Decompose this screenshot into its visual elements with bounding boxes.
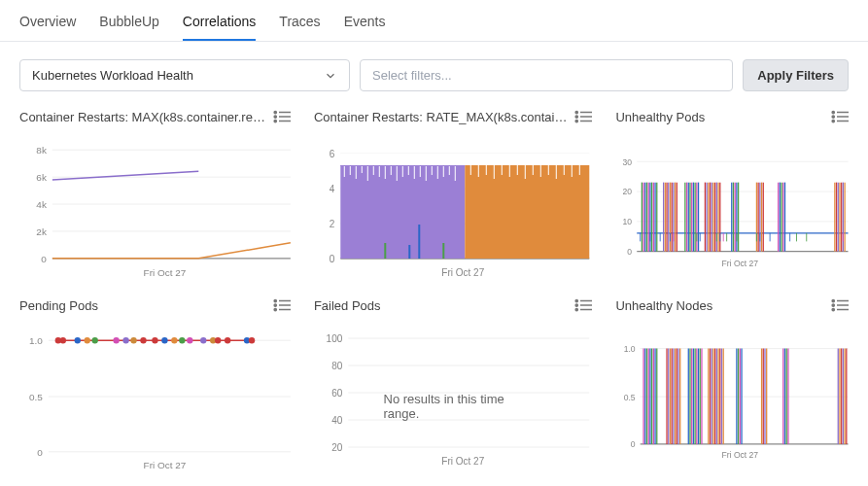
svg-point-78 <box>832 111 834 113</box>
svg-rect-32 <box>465 165 589 259</box>
svg-point-80 <box>832 120 834 122</box>
svg-rect-31 <box>340 165 465 259</box>
svg-point-4 <box>274 116 276 118</box>
panel-title: Failed Pods <box>314 298 389 313</box>
tab-overview[interactable]: Overview <box>19 10 76 41</box>
panel-title: Container Restarts: MAX(k8s.container.re… <box>19 110 273 124</box>
svg-text:0.5: 0.5 <box>29 392 43 402</box>
chart-canvas[interactable]: 1.0 0.5 0 Fri Oct 27 <box>19 321 291 474</box>
svg-text:1.0: 1.0 <box>29 335 43 346</box>
svg-text:100: 100 <box>326 333 342 344</box>
svg-text:Fri Oct 27: Fri Oct 27 <box>144 460 187 470</box>
panel-container-restarts-max: Container Restarts: MAX(k8s.container.re… <box>19 107 291 286</box>
nav-tabs: Overview BubbleUp Correlations Traces Ev… <box>0 0 868 42</box>
chart-canvas[interactable]: 8k 6k 4k 2k 0 Fri Oct 27 <box>19 132 291 286</box>
filter-row: Kubernetes Workload Health Select filter… <box>0 42 868 107</box>
panel-unhealthy-pods: Unhealthy Pods 30 20 10 0 Fri Oct 27 <box>615 107 849 286</box>
svg-point-223 <box>832 299 834 301</box>
panel-menu-icon[interactable] <box>831 110 849 123</box>
panel-container-restarts-rate-max: Container Restarts: RATE_MAX(k8s.contai…… <box>314 107 593 286</box>
panel-menu-icon[interactable] <box>831 298 849 312</box>
svg-text:Fri Oct 27: Fri Oct 27 <box>722 259 759 268</box>
svg-point-189 <box>140 337 146 343</box>
svg-point-79 <box>832 116 834 118</box>
svg-point-188 <box>130 337 136 343</box>
board-select[interactable]: Kubernetes Workload Health <box>19 59 350 91</box>
apply-filters-button[interactable]: Apply Filters <box>743 59 849 91</box>
svg-text:Fri Oct 27: Fri Oct 27 <box>144 267 187 278</box>
svg-text:0: 0 <box>330 254 335 264</box>
chart-canvas[interactable]: 100 80 60 40 20 Fri Oct 27 No results in… <box>314 321 593 474</box>
svg-text:30: 30 <box>623 157 633 167</box>
svg-point-207 <box>576 304 578 306</box>
svg-text:6: 6 <box>330 149 335 159</box>
svg-point-186 <box>113 337 119 343</box>
svg-text:40: 40 <box>331 415 343 426</box>
svg-point-172 <box>274 299 276 301</box>
svg-point-208 <box>576 308 578 310</box>
panel-menu-icon[interactable] <box>273 110 291 123</box>
panel-unhealthy-nodes: Unhealthy Nodes 1.0 0.5 0 Fri Oct 27 <box>615 295 849 474</box>
board-select-label: Kubernetes Workload Health <box>32 68 193 83</box>
svg-text:4k: 4k <box>36 199 47 210</box>
chart-canvas[interactable]: 30 20 10 0 Fri Oct 27 <box>615 132 849 286</box>
svg-point-174 <box>274 308 276 310</box>
svg-point-5 <box>274 120 276 122</box>
svg-point-185 <box>92 337 98 343</box>
svg-point-224 <box>832 304 834 306</box>
tab-traces[interactable]: Traces <box>279 10 320 41</box>
svg-text:60: 60 <box>331 388 343 399</box>
svg-text:0.5: 0.5 <box>624 393 636 402</box>
svg-text:2: 2 <box>330 219 335 229</box>
svg-point-183 <box>75 337 81 343</box>
svg-point-200 <box>55 337 61 343</box>
svg-text:0: 0 <box>41 254 47 264</box>
chart-grid: Container Restarts: MAX(k8s.container.re… <box>0 107 868 474</box>
svg-point-197 <box>215 337 221 343</box>
chart-canvas[interactable]: 1.0 0.5 0 Fri Oct 27 <box>615 321 849 474</box>
panel-menu-icon[interactable] <box>574 110 592 123</box>
svg-point-201 <box>249 337 255 343</box>
svg-text:10: 10 <box>623 217 633 226</box>
panel-title: Unhealthy Pods <box>615 110 712 124</box>
svg-text:2k: 2k <box>36 226 47 237</box>
svg-point-3 <box>274 111 276 113</box>
svg-point-187 <box>122 337 128 343</box>
svg-text:80: 80 <box>331 361 343 371</box>
svg-text:8k: 8k <box>36 145 47 156</box>
svg-point-191 <box>161 337 167 343</box>
panel-title: Pending Pods <box>19 298 106 313</box>
svg-point-192 <box>171 337 177 343</box>
svg-text:0: 0 <box>628 247 633 257</box>
svg-point-190 <box>152 337 157 343</box>
chevron-down-icon <box>324 69 337 83</box>
svg-point-22 <box>576 120 578 122</box>
svg-text:Fri Oct 27: Fri Oct 27 <box>441 456 484 467</box>
svg-text:Fri Oct 27: Fri Oct 27 <box>722 450 759 460</box>
svg-point-173 <box>274 304 276 306</box>
panel-menu-icon[interactable] <box>574 298 592 312</box>
panel-title: Unhealthy Nodes <box>615 298 720 313</box>
filters-placeholder: Select filters... <box>372 68 452 83</box>
tab-bubbleup[interactable]: BubbleUp <box>99 10 159 41</box>
svg-text:Fri Oct 27: Fri Oct 27 <box>441 267 484 278</box>
chart-canvas[interactable]: 6 4 2 0 <box>314 132 593 286</box>
svg-rect-73 <box>340 165 465 166</box>
svg-text:0: 0 <box>37 447 43 458</box>
svg-point-20 <box>576 111 578 113</box>
svg-text:4: 4 <box>330 184 335 194</box>
svg-point-225 <box>832 308 834 310</box>
svg-point-194 <box>187 337 192 343</box>
svg-text:6k: 6k <box>36 172 47 183</box>
panel-menu-icon[interactable] <box>273 298 291 312</box>
svg-point-193 <box>179 337 185 343</box>
tab-correlations[interactable]: Correlations <box>183 10 256 41</box>
tab-events[interactable]: Events <box>344 10 386 41</box>
svg-point-195 <box>200 337 206 343</box>
panel-title: Container Restarts: RATE_MAX(k8s.contai… <box>314 110 575 124</box>
svg-text:20: 20 <box>331 442 343 453</box>
panel-failed-pods: Failed Pods 100 80 60 40 20 Fri Oct 27 N… <box>314 295 593 474</box>
panel-pending-pods: Pending Pods 1.0 0.5 0 Fri Oct 27 <box>19 295 291 474</box>
svg-rect-68 <box>340 154 589 165</box>
filters-input[interactable]: Select filters... <box>360 59 733 91</box>
